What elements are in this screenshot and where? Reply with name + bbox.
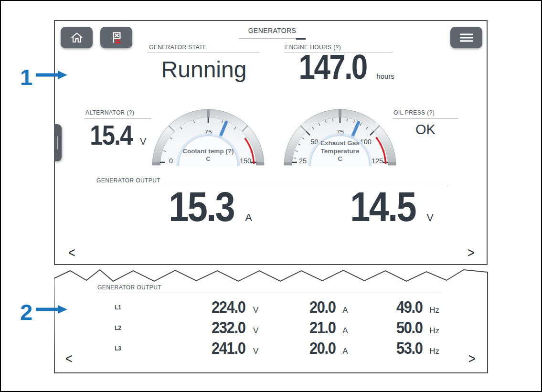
next-page-chevron[interactable]: > xyxy=(468,352,476,366)
voltage-cell: 232.0 V xyxy=(212,319,258,336)
phase-label: L1 xyxy=(115,304,121,311)
engine-hours-unit: hours xyxy=(376,73,394,80)
voltage-value: 224.0 xyxy=(212,298,245,315)
prev-page-chevron[interactable]: < xyxy=(68,246,75,260)
voltage-value: 241.0 xyxy=(212,339,245,356)
current-cell: 21.0 A xyxy=(309,319,348,336)
current-value: 20.0 xyxy=(309,298,336,315)
table-row: L2 232.0 V 21.0 A 50.0 Hz xyxy=(54,319,489,337)
generator-output-amps-group: 15.3 A xyxy=(141,186,275,228)
alternator-rule xyxy=(85,118,151,119)
current-cell: 20.0 A xyxy=(309,339,348,356)
current-unit: A xyxy=(342,327,348,335)
side-panel-handle[interactable] xyxy=(54,124,62,161)
gauge-name: Exhaust Gas Temperature xyxy=(304,139,376,155)
current-cell: 20.0 A xyxy=(309,298,348,315)
voltage-value: 232.0 xyxy=(212,319,245,336)
generator-output-panel: GENERATOR OUTPUT L1 224.0 V 20.0 A 49.0 … xyxy=(54,268,489,374)
next-page-chevron[interactable]: > xyxy=(468,246,475,260)
gauge-unit: C xyxy=(304,155,376,163)
current-unit: A xyxy=(342,347,348,355)
current-value: 20.0 xyxy=(309,339,336,356)
engine-hours-value-group: 147.0 hours xyxy=(272,50,415,84)
voltage-unit: V xyxy=(253,327,258,335)
callout-arrow-2 xyxy=(36,305,67,314)
tab-indicator xyxy=(296,38,306,40)
output-section-rule xyxy=(96,293,441,293)
phase-label: L2 xyxy=(115,325,121,331)
frequency-cell: 53.0 Hz xyxy=(396,339,439,356)
generator-output-label: GENERATOR OUTPUT xyxy=(96,177,160,184)
phase-label: L3 xyxy=(115,345,121,352)
generator-output-volts: 14.5 xyxy=(350,186,415,228)
alternator-unit: V xyxy=(140,137,146,146)
generator-state-label: GENERATOR STATE xyxy=(149,44,207,51)
oil-press-label: OIL PRESS (?) xyxy=(393,109,435,116)
frequency-cell: 49.0 Hz xyxy=(396,298,439,315)
figure-canvas: GENERATORS GENERATOR STATE Running ENGIN… xyxy=(0,0,542,392)
page-title: GENERATORS xyxy=(239,27,306,34)
voltage-cell: 241.0 V xyxy=(212,339,258,356)
frequency-unit: Hz xyxy=(429,306,439,314)
waypoint-flag-icon xyxy=(108,30,125,46)
callout-number-2: 2 xyxy=(20,301,32,323)
menu-icon xyxy=(458,30,475,46)
generator-state-value: Running xyxy=(137,58,271,81)
generator-output-volts-unit: V xyxy=(426,212,434,223)
voltage-unit: V xyxy=(253,306,258,314)
frequency-unit: Hz xyxy=(429,327,439,335)
callout-number-1: 1 xyxy=(20,66,32,88)
frequency-value: 50.0 xyxy=(396,319,423,336)
callout-arrow-1 xyxy=(36,71,67,79)
voltage-cell: 224.0 V xyxy=(212,298,258,315)
oil-press-value: OK xyxy=(393,123,458,137)
generator-output-volts-group: 14.5 V xyxy=(322,186,456,228)
home-button[interactable] xyxy=(61,27,93,48)
handle-grip xyxy=(57,136,58,149)
generators-page-panel: GENERATORS GENERATOR STATE Running ENGIN… xyxy=(54,20,488,265)
current-value: 21.0 xyxy=(309,319,336,336)
exhaust-gauge-caption: Exhaust Gas Temperature C xyxy=(304,139,376,163)
frequency-value: 53.0 xyxy=(396,339,423,356)
current-unit: A xyxy=(342,306,348,314)
voltage-unit: V xyxy=(253,347,258,355)
engine-hours-value: 147.0 xyxy=(299,50,367,84)
oil-press-rule xyxy=(393,118,458,119)
home-icon xyxy=(69,30,85,46)
table-row: L1 224.0 V 20.0 A 49.0 Hz xyxy=(54,298,489,317)
menu-button[interactable] xyxy=(450,27,482,48)
generator-output-amps-unit: A xyxy=(245,212,252,223)
generator-output-amps: 15.3 xyxy=(169,186,234,228)
table-row: L3 241.0 V 20.0 A 53.0 Hz xyxy=(54,339,489,358)
title-underline xyxy=(239,38,306,39)
gauge-unit: C xyxy=(172,155,244,163)
prev-page-chevron[interactable]: < xyxy=(65,352,73,366)
alternator-value: 15.4 xyxy=(90,122,132,149)
output-section-label: GENERATOR OUTPUT xyxy=(97,284,161,291)
coolant-gauge-caption: Coolant temp (?) C xyxy=(172,148,244,163)
frequency-cell: 50.0 Hz xyxy=(396,319,439,336)
frequency-unit: Hz xyxy=(429,347,439,355)
waypoint-button[interactable] xyxy=(100,27,132,48)
alternator-label: ALTERNATOR (?) xyxy=(85,109,134,116)
gauge-name: Coolant temp (?) xyxy=(172,148,244,155)
frequency-value: 49.0 xyxy=(396,298,423,315)
generator-state-rule xyxy=(148,53,259,53)
